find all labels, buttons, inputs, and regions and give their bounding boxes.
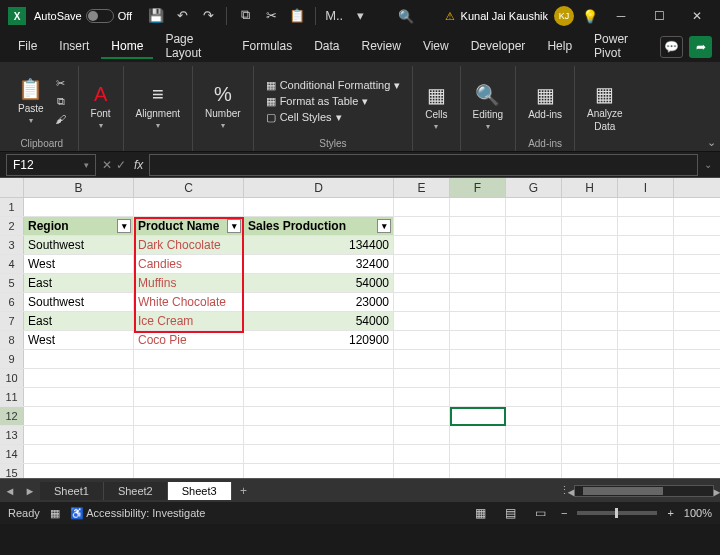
cell-G6[interactable] xyxy=(506,293,562,311)
cell-F11[interactable] xyxy=(450,388,506,406)
cell-B8[interactable]: West xyxy=(24,331,134,349)
cut-icon[interactable]: ✂ xyxy=(263,7,279,23)
cell-E5[interactable] xyxy=(394,274,450,292)
cell-D5[interactable]: 54000 xyxy=(244,274,394,292)
row-header-12[interactable]: 12 xyxy=(0,407,24,425)
cell-F12[interactable] xyxy=(450,407,506,425)
cell-F1[interactable] xyxy=(450,198,506,216)
cell-B3[interactable]: Southwest xyxy=(24,236,134,254)
col-header-h[interactable]: H xyxy=(562,178,618,197)
cell-B14[interactable] xyxy=(24,445,134,463)
cell-B11[interactable] xyxy=(24,388,134,406)
cell-B1[interactable] xyxy=(24,198,134,216)
share-button[interactable]: ➦ xyxy=(689,36,712,58)
cell-G9[interactable] xyxy=(506,350,562,368)
select-all-corner[interactable] xyxy=(0,178,24,197)
cell-H10[interactable] xyxy=(562,369,618,387)
cell-D7[interactable]: 54000 xyxy=(244,312,394,330)
cell-G2[interactable] xyxy=(506,217,562,235)
formula-bar[interactable] xyxy=(149,154,698,176)
cell-I6[interactable] xyxy=(618,293,674,311)
cell-I5[interactable] xyxy=(618,274,674,292)
cell-G10[interactable] xyxy=(506,369,562,387)
cell-H8[interactable] xyxy=(562,331,618,349)
analyze-data-button[interactable]: ▦ Analyze Data xyxy=(583,80,627,134)
col-header-d[interactable]: D xyxy=(244,178,394,197)
cell-I3[interactable] xyxy=(618,236,674,254)
cell-C1[interactable] xyxy=(134,198,244,216)
cell-D12[interactable] xyxy=(244,407,394,425)
cell-F3[interactable] xyxy=(450,236,506,254)
normal-view-icon[interactable]: ▦ xyxy=(471,505,491,521)
close-button[interactable]: ✕ xyxy=(682,2,712,30)
tab-page-layout[interactable]: Page Layout xyxy=(155,28,230,66)
cell-G3[interactable] xyxy=(506,236,562,254)
cell-D6[interactable]: 23000 xyxy=(244,293,394,311)
row-header-5[interactable]: 5 xyxy=(0,274,24,292)
row-header-4[interactable]: 4 xyxy=(0,255,24,273)
cell-I8[interactable] xyxy=(618,331,674,349)
cell-G12[interactable] xyxy=(506,407,562,425)
cell-F4[interactable] xyxy=(450,255,506,273)
accessibility-status[interactable]: ♿ Accessibility: Investigate xyxy=(70,507,206,520)
tab-power-pivot[interactable]: Power Pivot xyxy=(584,28,656,66)
enter-formula-icon[interactable]: ✓ xyxy=(116,158,126,172)
zoom-slider[interactable] xyxy=(577,511,657,515)
cell-H1[interactable] xyxy=(562,198,618,216)
format-as-table-button[interactable]: ▦Format as Table ▾ xyxy=(262,94,405,109)
sheet-nav-next[interactable]: ► xyxy=(20,485,40,497)
save-icon[interactable]: 💾 xyxy=(148,7,164,23)
cell-G4[interactable] xyxy=(506,255,562,273)
cell-H15[interactable] xyxy=(562,464,618,478)
cell-B7[interactable]: East xyxy=(24,312,134,330)
col-header-e[interactable]: E xyxy=(394,178,450,197)
cell-H9[interactable] xyxy=(562,350,618,368)
editing-button[interactable]: 🔍 Editing ▾ xyxy=(469,81,508,133)
filter-icon[interactable]: ▾ xyxy=(117,219,131,233)
cell-I12[interactable] xyxy=(618,407,674,425)
page-break-view-icon[interactable]: ▭ xyxy=(531,505,551,521)
cell-B10[interactable] xyxy=(24,369,134,387)
cell-I4[interactable] xyxy=(618,255,674,273)
cell-I7[interactable] xyxy=(618,312,674,330)
cell-C6[interactable]: White Chocolate xyxy=(134,293,244,311)
row-header-13[interactable]: 13 xyxy=(0,426,24,444)
col-header-g[interactable]: G xyxy=(506,178,562,197)
cell-F2[interactable] xyxy=(450,217,506,235)
tab-data[interactable]: Data xyxy=(304,35,349,59)
cell-I9[interactable] xyxy=(618,350,674,368)
row-header-11[interactable]: 11 xyxy=(0,388,24,406)
cell-E6[interactable] xyxy=(394,293,450,311)
alignment-button[interactable]: ≡ Alignment ▾ xyxy=(132,81,184,132)
cell-H7[interactable] xyxy=(562,312,618,330)
cell-C11[interactable] xyxy=(134,388,244,406)
paste-button[interactable]: 📋 Paste ▾ xyxy=(14,75,48,127)
row-header-15[interactable]: 15 xyxy=(0,464,24,478)
sheet-tab-3[interactable]: Sheet3 xyxy=(168,482,232,500)
cell-C13[interactable] xyxy=(134,426,244,444)
sheet-tab-1[interactable]: Sheet1 xyxy=(40,482,104,500)
cell-B12[interactable] xyxy=(24,407,134,425)
doc-name[interactable]: M.. xyxy=(326,7,342,23)
filter-icon[interactable]: ▾ xyxy=(377,219,391,233)
cell-H3[interactable] xyxy=(562,236,618,254)
row-header-1[interactable]: 1 xyxy=(0,198,24,216)
cell-C3[interactable]: Dark Chocolate xyxy=(134,236,244,254)
cell-B2[interactable]: Region▾ xyxy=(24,217,134,235)
cell-H14[interactable] xyxy=(562,445,618,463)
cell-G5[interactable] xyxy=(506,274,562,292)
cell-D15[interactable] xyxy=(244,464,394,478)
expand-formula-bar-icon[interactable]: ⌄ xyxy=(704,159,712,170)
cut-button[interactable]: ✂ xyxy=(52,75,70,91)
filter-icon[interactable]: ▾ xyxy=(227,219,241,233)
cell-E12[interactable] xyxy=(394,407,450,425)
search-icon[interactable]: 🔍 xyxy=(398,8,414,24)
cell-C5[interactable]: Muffins xyxy=(134,274,244,292)
cell-C2[interactable]: Product Name▾ xyxy=(134,217,244,235)
cell-H4[interactable] xyxy=(562,255,618,273)
cell-D2[interactable]: Sales Production▾ xyxy=(244,217,394,235)
redo-icon[interactable]: ↷ xyxy=(200,7,216,23)
conditional-formatting-button[interactable]: ▦Conditional Formatting ▾ xyxy=(262,78,405,93)
doc-dropdown-icon[interactable]: ▾ xyxy=(352,7,368,23)
cell-F15[interactable] xyxy=(450,464,506,478)
